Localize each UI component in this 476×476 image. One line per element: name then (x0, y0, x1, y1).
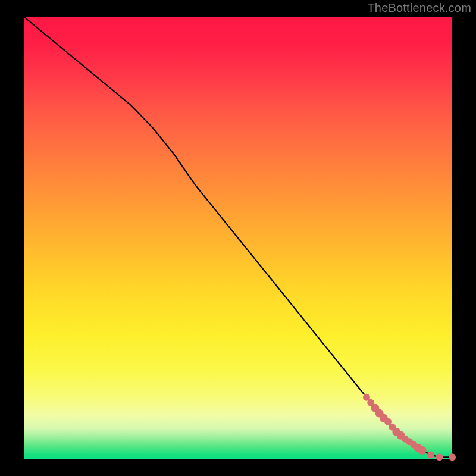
sample-dot (427, 452, 434, 459)
chart-overlay (24, 17, 452, 459)
sample-dot (449, 453, 456, 461)
sample-dots-group (363, 394, 456, 461)
watermark-label: TheBottleneck.com (367, 1, 471, 15)
plot-area (24, 17, 452, 459)
sample-dot (436, 453, 443, 461)
bottleneck-curve (24, 17, 452, 457)
chart-frame: TheBottleneck.com (0, 0, 476, 476)
sample-dot (418, 446, 427, 455)
